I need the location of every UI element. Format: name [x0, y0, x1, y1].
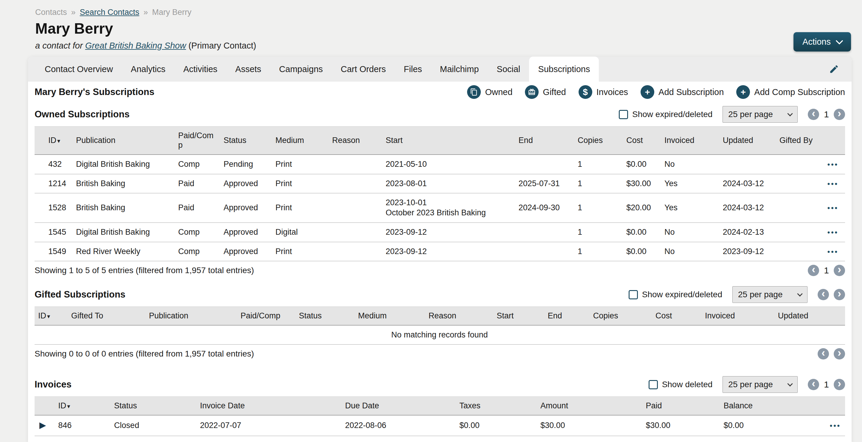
- column-header-id[interactable]: ID▾: [54, 397, 110, 415]
- row-actions-menu-icon[interactable]: •••: [830, 421, 841, 430]
- column-header-id[interactable]: ID▾: [35, 307, 67, 325]
- cell-publication: Digital British Baking: [72, 223, 174, 242]
- tab-bar-spacer: [599, 57, 829, 81]
- cell-publication: British Baking: [72, 174, 174, 193]
- row-actions-menu-icon[interactable]: •••: [828, 180, 838, 188]
- column-header-expand: [35, 397, 54, 415]
- column-header-amount: Amount: [536, 397, 642, 415]
- gifted-show-expired-checkbox[interactable]: Show expired/deleted: [629, 290, 722, 299]
- owned-pager-bottom: ‹ 1 ›: [808, 265, 845, 276]
- cell-due-date: 2022-08-06: [341, 436, 455, 442]
- add-subscription-button[interactable]: + Add Subscription: [641, 85, 724, 99]
- plus-icon: +: [641, 85, 654, 99]
- tab-activities[interactable]: Activities: [175, 57, 226, 81]
- tab-subscriptions[interactable]: Subscriptions: [529, 57, 599, 81]
- toolbar-label: Owned: [485, 87, 513, 97]
- prev-page-button[interactable]: ‹: [817, 348, 829, 360]
- chevron-down-icon: [787, 111, 793, 116]
- subscriptions-panel: Mary Berry's Subscriptions Owned Gifted …: [28, 81, 851, 442]
- column-header-updated: Updated: [719, 127, 775, 155]
- cell-medium: Print: [271, 155, 328, 174]
- cell-id: 1549: [35, 242, 72, 261]
- row-actions-menu-icon[interactable]: •••: [828, 228, 838, 236]
- next-page-button[interactable]: ›: [834, 109, 845, 120]
- cell-id: 1545: [35, 223, 72, 242]
- checkbox-icon[interactable]: [619, 110, 628, 119]
- row-actions-menu-icon[interactable]: •••: [828, 160, 838, 168]
- gifted-per-page-select[interactable]: 25 per page: [733, 286, 807, 303]
- tab-cart-orders[interactable]: Cart Orders: [332, 57, 395, 81]
- cell-paid-comp: Comp: [174, 242, 219, 261]
- column-header-medium: Medium: [271, 127, 328, 155]
- breadcrumb-contacts: Contacts: [35, 8, 67, 17]
- invoices-per-page-select[interactable]: 25 per page: [722, 376, 798, 393]
- row-actions-menu-icon[interactable]: •••: [828, 204, 838, 212]
- expand-row-icon[interactable]: ▶: [39, 420, 46, 430]
- actions-button[interactable]: Actions: [794, 32, 851, 52]
- checkbox-icon[interactable]: [649, 380, 658, 389]
- next-page-button[interactable]: ›: [834, 265, 845, 276]
- contact-card: Contact Overview Analytics Activities As…: [28, 57, 851, 442]
- add-comp-subscription-button[interactable]: + Add Comp Subscription: [736, 85, 845, 99]
- column-header-id[interactable]: ID▾: [35, 127, 72, 155]
- tab-assets[interactable]: Assets: [226, 57, 270, 81]
- cell-updated: 2024-03-12: [719, 193, 775, 223]
- sort-desc-icon: ▾: [67, 403, 70, 410]
- tab-social[interactable]: Social: [488, 57, 529, 81]
- prev-page-button[interactable]: ‹: [817, 289, 829, 300]
- owned-filter-button[interactable]: Owned: [467, 85, 513, 99]
- cell-start: 2023-09-12: [381, 223, 515, 242]
- tab-analytics[interactable]: Analytics: [122, 57, 175, 81]
- invoices-table: ID▾ Status Invoice Date Due Date Taxes A…: [35, 397, 845, 442]
- column-header-actions: [811, 397, 845, 415]
- cell-end: 2024-09-30: [515, 193, 574, 223]
- scrollbar[interactable]: [862, 0, 868, 442]
- checkbox-icon[interactable]: [629, 290, 638, 299]
- tab-mailchimp[interactable]: Mailchimp: [431, 57, 488, 81]
- invoices-filter-button[interactable]: $ Invoices: [579, 85, 628, 99]
- prev-page-button[interactable]: ‹: [808, 379, 819, 390]
- column-header-end: End: [544, 307, 589, 325]
- owned-per-page-value: 25 per page: [728, 110, 773, 119]
- gift-icon: [525, 85, 538, 99]
- cell-id: 1528: [35, 193, 72, 223]
- cell-due-date: 2022-08-06: [341, 415, 455, 436]
- cell-id: 432: [35, 155, 72, 174]
- row-actions-menu-icon[interactable]: •••: [828, 247, 838, 256]
- expand-row-icon[interactable]: ▶: [39, 441, 46, 442]
- tab-contact-overview[interactable]: Contact Overview: [36, 57, 122, 81]
- cell-paid-comp: Comp: [174, 155, 219, 174]
- cell-reason: [328, 242, 381, 261]
- cell-updated: [719, 155, 775, 174]
- tab-campaigns[interactable]: Campaigns: [270, 57, 332, 81]
- subscriptions-toolbar: Owned Gifted $ Invoices + Add Subscripti…: [467, 85, 845, 99]
- gifted-per-page-value: 25 per page: [738, 290, 782, 299]
- tab-files[interactable]: Files: [395, 57, 431, 81]
- next-page-button[interactable]: ›: [834, 379, 845, 390]
- organization-link[interactable]: Great British Baking Show: [85, 41, 186, 50]
- table-row: ▶ 846 Closed 2022-07-07 2022-08-06 $0.00…: [35, 415, 845, 436]
- column-header-taxes: Taxes: [455, 397, 536, 415]
- owned-show-expired-checkbox[interactable]: Show expired/deleted: [619, 110, 712, 119]
- cell-reason: [328, 174, 381, 193]
- prev-page-button[interactable]: ‹: [808, 265, 819, 276]
- breadcrumb-search-contacts-link[interactable]: Search Contacts: [80, 8, 140, 17]
- next-page-button[interactable]: ›: [834, 348, 845, 360]
- actions-button-label: Actions: [802, 37, 831, 47]
- owned-per-page-select[interactable]: 25 per page: [722, 106, 798, 123]
- cell-id: 846: [54, 415, 110, 436]
- cell-updated: 2024-03-12: [719, 174, 775, 193]
- chevron-down-icon: [797, 291, 802, 296]
- cell-copies: 1: [574, 193, 622, 223]
- cell-paid: $20.00: [642, 436, 719, 442]
- cell-status: Approved: [219, 193, 271, 223]
- cell-end: [515, 155, 574, 174]
- invoices-show-deleted-label: Show deleted: [662, 380, 713, 389]
- edit-pencil-icon[interactable]: [829, 64, 839, 74]
- invoices-show-deleted-checkbox[interactable]: Show deleted: [649, 380, 713, 389]
- prev-page-button[interactable]: ‹: [808, 109, 819, 120]
- owned-showing-entries: Showing 1 to 5 of 5 entries (filtered fr…: [35, 266, 254, 275]
- gifted-filter-button[interactable]: Gifted: [525, 85, 566, 99]
- table-row: No matching records found: [35, 325, 845, 345]
- next-page-button[interactable]: ›: [834, 289, 845, 300]
